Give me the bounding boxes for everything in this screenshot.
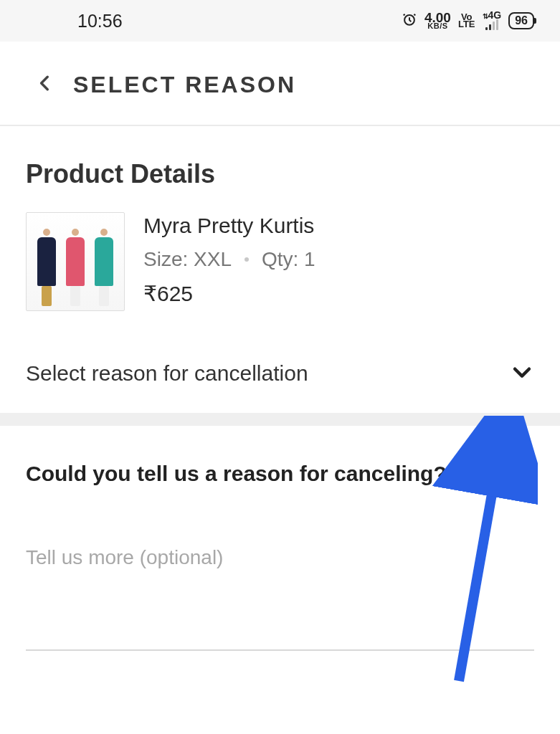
page-title: SELECT REASON: [73, 72, 296, 98]
separator-dot-icon: [245, 257, 249, 262]
alarm-icon: [402, 11, 417, 32]
product-meta: Size: XXL Qty: 1: [143, 248, 315, 271]
data-rate-indicator: 4.00 KB/S: [424, 12, 451, 29]
cancel-reason-textarea-wrap: [0, 492, 560, 654]
section-divider: [0, 413, 560, 426]
status-time: 10:56: [77, 11, 123, 32]
product-info: Myra Pretty Kurtis Size: XXL Qty: 1 ₹625: [143, 212, 315, 306]
product-details-heading: Product Details: [0, 126, 560, 199]
product-name: Myra Pretty Kurtis: [143, 214, 315, 238]
product-image: [26, 212, 125, 311]
product-price: ₹625: [143, 281, 315, 306]
cancel-reason-question: Could you tell us a reason for canceling…: [0, 426, 560, 492]
volte-indicator: Vo LTE: [458, 14, 475, 29]
chevron-down-icon: [510, 360, 534, 387]
dropdown-label: Select reason for cancellation: [26, 361, 308, 386]
battery-indicator: 96: [508, 12, 534, 29]
cancel-reason-textarea[interactable]: [26, 543, 534, 651]
product-row: Myra Pretty Kurtis Size: XXL Qty: 1 ₹625: [0, 199, 560, 338]
status-bar: 10:56 4.00 KB/S Vo LTE ⇅4G 96: [0, 0, 560, 42]
status-icons: 4.00 KB/S Vo LTE ⇅4G 96: [402, 11, 534, 32]
signal-bars-icon: [485, 20, 498, 30]
network-indicator: ⇅4G: [483, 11, 502, 29]
cancellation-reason-dropdown[interactable]: Select reason for cancellation: [0, 338, 560, 413]
back-icon[interactable]: [36, 70, 54, 99]
page-header: SELECT REASON: [0, 42, 560, 126]
